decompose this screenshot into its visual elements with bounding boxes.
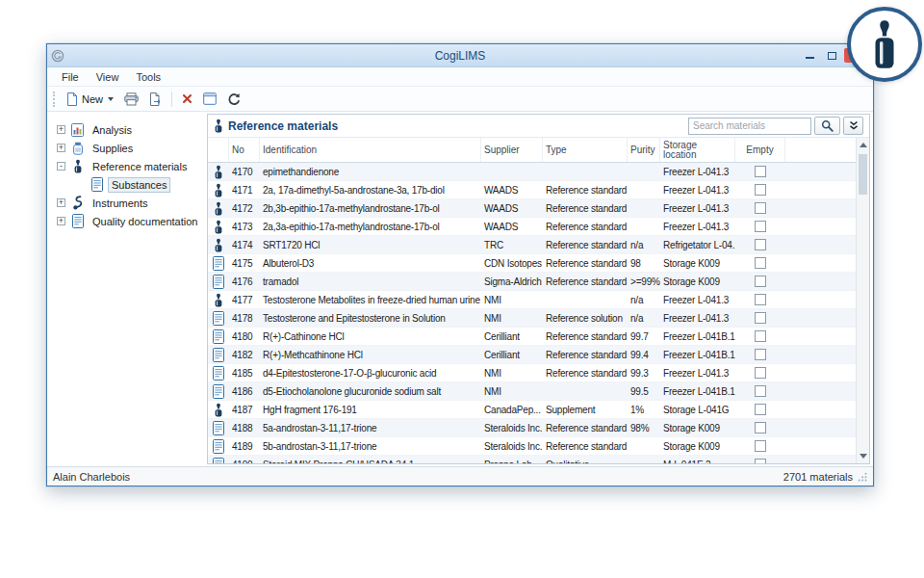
maximize-button[interactable] (822, 48, 841, 63)
column-header-purity[interactable]: Purity (628, 138, 660, 162)
new-button[interactable]: New (63, 91, 117, 108)
empty-checkbox[interactable] (755, 294, 766, 305)
cell-supplier: Steraloids Inc. (481, 441, 543, 452)
cell-empty (735, 166, 785, 177)
form-window-icon (203, 92, 217, 105)
tree-expander-icon[interactable]: + (57, 144, 65, 152)
dropdown-caret-icon[interactable] (108, 97, 114, 101)
sidebar-item-analysis[interactable]: +Analysis (57, 120, 207, 139)
form-view-button[interactable] (199, 91, 220, 107)
table-row[interactable]: 4185d4-Epitestosterone-17-O-β-glucuronic… (208, 364, 856, 382)
cell-storage: Freezer L-041B.1 (660, 331, 735, 342)
cell-type: Reference standard (543, 276, 628, 287)
cell-no: 4174 (229, 240, 260, 250)
minimize-button[interactable] (800, 48, 819, 63)
empty-checkbox[interactable] (755, 422, 766, 434)
sidebar-item-instruments[interactable]: +Instruments (57, 194, 207, 212)
app-window: CogiLIMS FileViewTools New +Analysis+ (46, 43, 874, 486)
document-icon (208, 311, 229, 326)
table-row[interactable]: 4174SRT1720 HClTRCReference standardn/aR… (208, 236, 856, 254)
table-row[interactable]: 4187HgH fragment 176-191CanadaPep...Supp… (208, 401, 856, 419)
empty-checkbox[interactable] (755, 367, 766, 379)
menu-item-view[interactable]: View (88, 69, 128, 85)
empty-checkbox[interactable] (755, 349, 766, 360)
scroll-down-button[interactable] (857, 449, 869, 463)
table-row[interactable]: 41722b,3b-epithio-17a-methylandrostane-1… (208, 199, 856, 218)
table-row[interactable]: 4186d5-Etiocholanolone glucuronide sodiu… (208, 382, 856, 401)
empty-checkbox[interactable] (755, 184, 766, 196)
cell-empty (735, 385, 785, 397)
table-row[interactable]: 41712a, 17a-dimethyl-5a-androstane-3a, 1… (208, 181, 856, 199)
delete-button[interactable] (178, 92, 196, 106)
cell-supplier: CDN Isotopes (481, 258, 543, 269)
column-header-supplier[interactable]: Supplier (481, 138, 543, 162)
empty-checkbox[interactable] (755, 202, 766, 214)
empty-checkbox[interactable] (755, 166, 766, 177)
empty-checkbox[interactable] (755, 459, 766, 463)
search-button[interactable] (814, 117, 840, 135)
sidebar-item-supplies[interactable]: +Supplies (57, 139, 207, 157)
search-input[interactable] (688, 118, 811, 135)
scrollbar-track[interactable] (857, 152, 869, 449)
vertical-scrollbar[interactable] (856, 138, 869, 463)
sidebar-item-quality-documentation[interactable]: +Quality documentation (57, 212, 207, 230)
menubar: FileViewTools (47, 67, 873, 87)
table-row[interactable]: 41895b-androstan-3-11,17-trioneSteraloid… (208, 437, 856, 456)
tree-expander-icon[interactable]: - (57, 162, 65, 171)
cell-purity: >=99% (628, 276, 660, 287)
cell-supplier: Cerilliant (481, 350, 543, 360)
cell-storage: Storage K009 (660, 276, 735, 287)
menu-item-tools[interactable]: Tools (127, 69, 169, 85)
sidebar-item-reference-materials[interactable]: -Reference materials (57, 157, 207, 175)
tree-expander-icon[interactable]: + (57, 125, 65, 134)
tree-expander-icon[interactable]: + (57, 198, 65, 207)
empty-checkbox[interactable] (755, 404, 766, 415)
menu-item-file[interactable]: File (53, 69, 88, 85)
cell-storage: Freezer L-041.3 (660, 313, 735, 324)
table-row[interactable]: 4182R(+)-Methcathinone HClCerilliantRefe… (208, 346, 856, 364)
cell-identification: R(+)-Cathinone HCl (260, 331, 481, 342)
column-header-identification[interactable]: Identification (260, 138, 481, 162)
empty-checkbox[interactable] (755, 440, 766, 452)
tree-expander-icon[interactable]: + (57, 217, 65, 225)
table-row[interactable]: 4178Testosterone and Epitestosterone in … (208, 309, 856, 328)
status-right: 2701 materials (783, 471, 867, 483)
sidebar-item-substances[interactable]: Substances (76, 175, 207, 194)
table-row[interactable]: 4190Steroid MIX Propna CU/USADA 34.1Prop… (208, 456, 856, 463)
empty-checkbox[interactable] (755, 276, 766, 287)
statusbar: Alain Charlebois 2701 materials (47, 466, 873, 486)
empty-checkbox[interactable] (755, 312, 766, 324)
column-header-empty[interactable]: Empty (735, 138, 785, 162)
cell-storage: Freezer L-041.3 (660, 167, 735, 177)
scroll-up-button[interactable] (857, 138, 869, 152)
refresh-button[interactable] (223, 91, 244, 108)
table-row[interactable]: 4170epimethandienoneFreezer L-041.3 (208, 163, 856, 181)
supplies-icon (70, 142, 85, 155)
expand-filters-button[interactable] (843, 117, 863, 135)
cell-purity: n/a (628, 295, 660, 305)
cell-supplier: WAADS (481, 203, 543, 214)
empty-checkbox[interactable] (755, 330, 766, 342)
resize-grip-icon[interactable] (858, 472, 867, 482)
table-row[interactable]: 4175Albuterol-D3CDN IsotopesReference st… (208, 254, 856, 273)
table-row[interactable]: 4180R(+)-Cathinone HClCerilliantReferenc… (208, 328, 856, 346)
column-header-storage[interactable]: Storage location (660, 138, 735, 162)
table-row[interactable]: 4177Testosterone Metabolites in freeze-d… (208, 291, 856, 309)
titlebar[interactable]: CogiLIMS (47, 44, 873, 67)
print-button[interactable] (120, 91, 142, 108)
empty-checkbox[interactable] (755, 239, 766, 250)
table-row[interactable]: 4176tramadolSigma-AldrichReference stand… (208, 273, 856, 291)
scrollbar-thumb[interactable] (859, 154, 867, 195)
export-button[interactable] (145, 91, 166, 108)
toolbar-grip[interactable] (53, 92, 56, 107)
cell-empty (735, 276, 785, 287)
column-header-no[interactable]: No (229, 138, 260, 162)
table-row[interactable]: 41885a-androstan-3-11,17-trioneSteraloid… (208, 419, 856, 437)
empty-checkbox[interactable] (755, 221, 766, 232)
document-icon (208, 275, 229, 289)
empty-checkbox[interactable] (755, 385, 766, 397)
empty-checkbox[interactable] (755, 257, 766, 269)
cell-identification: Testosterone and Epitestosterone in Solu… (260, 313, 481, 324)
column-header-type[interactable]: Type (543, 138, 628, 162)
table-row[interactable]: 41732a,3a-epithio-17a-methylandrostane-1… (208, 218, 856, 236)
